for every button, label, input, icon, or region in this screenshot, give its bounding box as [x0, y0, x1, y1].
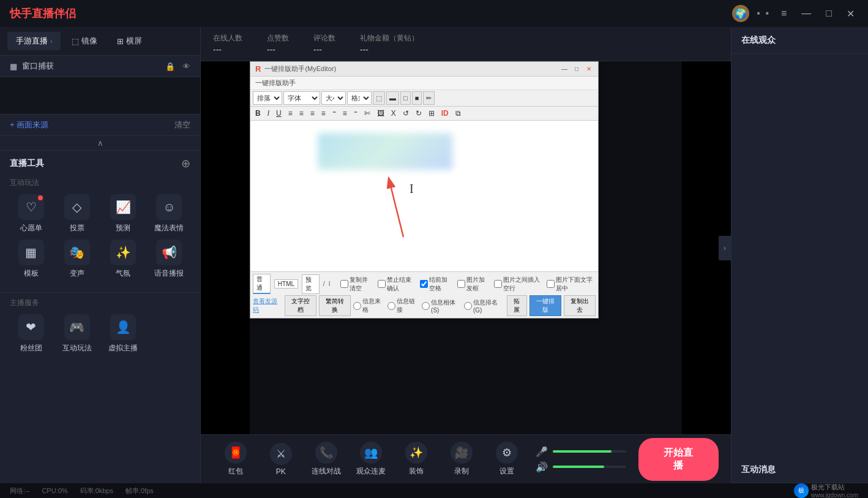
size-select[interactable]: 大小	[321, 91, 346, 105]
redo-btn[interactable]: ↻	[413, 108, 424, 119]
collapse-icon: ∧	[97, 138, 103, 148]
editor-toolbar1-btn3[interactable]: □	[400, 91, 411, 105]
style-select[interactable]: 排落	[253, 91, 282, 105]
tab-mobile-stream[interactable]: 手游直播 ›	[7, 32, 61, 50]
editor-toolbar1-btn1[interactable]: ⬚	[373, 91, 385, 105]
tab-mirror[interactable]: ⬚ 镜像	[63, 32, 106, 50]
indent-btn[interactable]: ⁼	[351, 108, 360, 119]
id-btn[interactable]: ID	[439, 108, 451, 119]
source-actions: 🔒 👁	[165, 62, 190, 71]
speech-icon-wrap: 📢	[156, 240, 182, 265]
gifts-value: ---	[360, 45, 419, 55]
tool-emoji[interactable]: ☺ 魔法表情	[148, 194, 190, 233]
tool-settings[interactable]: ⚙ 设置	[484, 442, 529, 477]
editor-content[interactable]: I	[250, 121, 598, 271]
tool-predict[interactable]: 📈 预测	[102, 194, 144, 233]
cb-copy-clear[interactable]: 复制并清空	[340, 276, 374, 293]
cut-btn[interactable]: ✄	[362, 108, 373, 119]
ol-btn[interactable]: ⁼	[330, 108, 339, 119]
tool-voice[interactable]: 🎭 变声	[56, 240, 98, 279]
lock-icon[interactable]: 🔒	[165, 62, 175, 71]
tool-record[interactable]: 🎥 录制	[439, 442, 484, 477]
tool-template[interactable]: ▦ 模板	[10, 240, 52, 279]
align-left-btn[interactable]: ≡	[286, 108, 295, 119]
expand-btn[interactable]: 拓展	[507, 295, 527, 316]
copy-out-btn[interactable]: 复制出去	[564, 295, 596, 316]
voice-icon-wrap: 🎭	[64, 240, 90, 265]
tool-virtual[interactable]: 👤 虚拟主播	[102, 314, 144, 353]
radio-img-s[interactable]: 信息相体(S)	[422, 298, 462, 314]
align-center-btn[interactable]: ≡	[297, 108, 306, 119]
maximize-button[interactable]: □	[822, 7, 836, 20]
cb-img-frame[interactable]: 图片加发框	[457, 276, 491, 293]
connect-label: 连线对战	[312, 466, 341, 477]
one-click-format-btn[interactable]: 一键排版	[529, 295, 561, 316]
table-btn[interactable]: ⊞	[426, 108, 437, 119]
clear-button[interactable]: 清空	[174, 119, 190, 130]
collapse-row[interactable]: ∧	[0, 135, 200, 150]
expand-panel-btn[interactable]: ›	[719, 236, 731, 260]
cb-pre-space[interactable]: 结前加空格	[420, 276, 454, 293]
fangroup-label: 粉丝团	[20, 343, 42, 353]
trad-simp-btn[interactable]: 繁简转换	[319, 295, 351, 316]
format-select[interactable]: 格式	[347, 91, 372, 105]
close-button[interactable]: ✕	[843, 7, 858, 21]
tool-atmosphere[interactable]: ✨ 气氛	[102, 240, 144, 279]
editor-toolbar1-btn5[interactable]: ✏	[423, 91, 435, 105]
align-right-btn[interactable]: ≡	[308, 108, 317, 119]
italic-btn[interactable]: I	[265, 108, 272, 119]
predict-icon: 📈	[116, 200, 131, 214]
tool-speech[interactable]: 📢 语音播报	[148, 240, 190, 279]
undo-btn[interactable]: ↺	[400, 108, 411, 119]
bold-btn[interactable]: B	[253, 108, 263, 119]
editor-blurred-content	[318, 133, 452, 170]
radio-link[interactable]: 信息链接	[387, 297, 419, 314]
menu-button[interactable]: ≡	[777, 7, 790, 20]
speaker-slider[interactable]	[553, 466, 626, 468]
tool-vote[interactable]: ◇ 投票	[56, 194, 98, 233]
underline-btn[interactable]: U	[274, 108, 284, 119]
editor-toolbar1-btn4[interactable]: ■	[412, 91, 422, 105]
tool-decorate[interactable]: ✨ 装饰	[394, 442, 439, 477]
editor-minimize-btn[interactable]: —	[560, 65, 569, 74]
predict-icon-wrap: 📈	[110, 194, 136, 220]
radio-img-g[interactable]: 信息排名(G)	[464, 298, 504, 314]
delete-btn[interactable]: X	[389, 108, 398, 119]
tab-normal[interactable]: 普通	[253, 274, 271, 294]
mic-slider[interactable]	[553, 450, 626, 453]
tab-landscape[interactable]: ⊞ 横屏	[108, 32, 151, 50]
copy-btn[interactable]: ⧉	[453, 108, 463, 119]
text-control-btn[interactable]: 文字控档	[285, 295, 316, 316]
start-live-button[interactable]: 开始直播	[638, 438, 719, 481]
editor-restore-btn[interactable]: □	[572, 65, 581, 74]
tool-pk[interactable]: ⚔ PK	[258, 443, 304, 476]
tab-preview[interactable]: 预览	[302, 274, 320, 294]
editor-titlebar: R 一键排版助手(MyEditor) — □ ✕	[250, 62, 598, 77]
font-select[interactable]: 字体	[283, 91, 320, 105]
ul-btn[interactable]: ≡	[340, 108, 350, 119]
cb-img-text[interactable]: 图片下面文字居中	[547, 276, 596, 293]
svg-line-1	[391, 188, 403, 237]
more-icon[interactable]: ⊕	[181, 157, 190, 170]
tool-audience[interactable]: 👥 观众连麦	[349, 442, 394, 477]
eye-icon[interactable]: 👁	[182, 62, 190, 71]
tool-redpack[interactable]: 🧧 红包	[213, 442, 258, 477]
wishlist-label: 心愿单	[20, 223, 42, 233]
tool-fangroup[interactable]: ❤ 粉丝团	[10, 314, 52, 353]
tool-wishlist[interactable]: ♡ 心愿单	[10, 194, 52, 233]
avatar[interactable]: 🌍	[732, 5, 749, 22]
image-btn[interactable]: 🖼	[375, 108, 387, 119]
cb-no-confirm[interactable]: 禁止结束确认	[378, 276, 416, 293]
cb-img-space[interactable]: 图片之间插入空行	[494, 276, 543, 293]
add-source-button[interactable]: + 画面来源	[10, 119, 48, 130]
minimize-button[interactable]: —	[798, 7, 815, 20]
tab-html[interactable]: HTML	[274, 279, 298, 289]
editor-toolbar1-btn2[interactable]: ▬	[386, 91, 399, 105]
editor-close-btn[interactable]: ✕	[585, 65, 593, 74]
radio-source-format[interactable]: 信息来格	[353, 297, 385, 314]
view-source-link[interactable]: 查看发源码	[253, 297, 282, 314]
tool-connect[interactable]: 📞 连线对战	[304, 442, 349, 477]
decorate-icon: ✨	[405, 442, 427, 464]
justify-btn[interactable]: ≡	[319, 108, 328, 119]
tool-interactive[interactable]: 🎮 互动玩法	[56, 314, 98, 353]
